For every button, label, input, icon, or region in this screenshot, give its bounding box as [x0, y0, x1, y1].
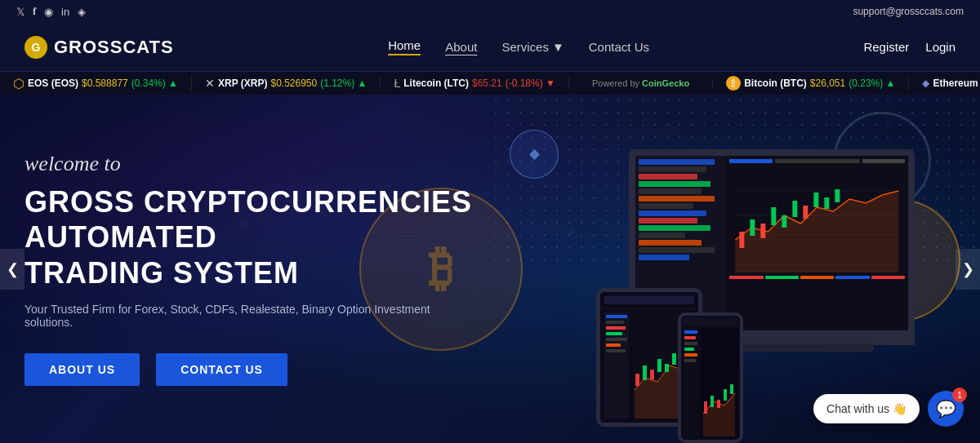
chat-open-button[interactable]: 💬 1	[928, 391, 964, 427]
svg-rect-49	[684, 353, 697, 357]
svg-rect-39	[665, 364, 669, 372]
data-row	[835, 276, 869, 279]
sidebar-row	[639, 188, 702, 194]
ltc-icon: Ł	[394, 77, 400, 90]
chart-header	[729, 159, 905, 163]
eos-icon: ⬡	[13, 76, 24, 91]
svg-rect-15	[761, 224, 766, 238]
sidebar-row	[639, 196, 715, 202]
ticker-item-eth: ◆ Ethereum (ETH) $1,648.71 (0.11%) ▲	[909, 78, 980, 89]
btc-icon: ₿	[726, 76, 741, 91]
monitor-chart	[726, 156, 908, 330]
sidebar-row	[639, 240, 702, 246]
sidebar-row	[639, 174, 697, 179]
svg-rect-18	[793, 201, 798, 217]
svg-rect-14	[751, 219, 755, 236]
data-rows	[729, 276, 905, 279]
ticker-item-ltc: Ł Litecoin (LTC) $65.21 (-0.18%) ▼	[381, 77, 569, 90]
svg-rect-45	[684, 330, 697, 334]
data-row	[729, 276, 763, 279]
svg-rect-33	[606, 343, 621, 347]
brand-name: GROSSCATS	[54, 37, 174, 58]
next-arrow-icon: ❯	[962, 260, 974, 278]
svg-text:G: G	[32, 41, 41, 54]
svg-rect-50	[684, 359, 696, 362]
chat-bubble: Chat with us 👋	[813, 394, 920, 423]
nav-contact[interactable]: Contact Us	[589, 40, 649, 54]
top-bar: 𝕏 𝐟 ◉ in ◈ support@grossccats.com	[0, 0, 980, 23]
xrp-icon: ✕	[205, 77, 215, 90]
header-bar	[862, 159, 905, 163]
sidebar-row	[639, 225, 710, 231]
svg-rect-21	[825, 197, 830, 209]
svg-rect-13	[740, 232, 745, 248]
ticker-inner: ⬡ EOS (EOS) $0.588877 (0.34%) ▲ ✕ XRP (X…	[0, 76, 980, 91]
powered-by: Powered by CoinGecko	[569, 78, 713, 88]
hero-content: welcome to GROSS CRYPTOCURRENCIES AUTOMA…	[0, 152, 474, 386]
dropdown-arrow-icon: ▼	[552, 40, 564, 54]
ticker-item-xrp: ✕ XRP (XRP) $0.526950 (1.12%) ▲	[192, 77, 381, 90]
chat-badge: 1	[952, 388, 967, 402]
social-icons: 𝕏 𝐟 ◉ in ◈	[16, 5, 86, 18]
svg-rect-46	[684, 336, 696, 339]
svg-rect-28	[606, 315, 627, 318]
svg-rect-17	[782, 215, 787, 228]
nav-home[interactable]: Home	[388, 38, 421, 55]
sidebar-row	[639, 203, 693, 209]
ticker-item-eos: ⬡ EOS (EOS) $0.588877 (0.34%) ▲	[0, 76, 192, 91]
welcome-text: welcome to	[24, 152, 474, 176]
svg-rect-19	[804, 206, 808, 219]
svg-rect-48	[684, 348, 694, 351]
svg-rect-47	[684, 342, 697, 345]
svg-rect-29	[606, 321, 624, 324]
svg-rect-22	[835, 189, 840, 202]
svg-rect-30	[606, 326, 626, 330]
hero-subtitle: Your Trusted Firm for Forex, Stock, CDFs…	[24, 303, 474, 329]
svg-rect-25	[604, 296, 694, 304]
crypto-ticker: ⬡ EOS (EOS) $0.588877 (0.34%) ▲ ✕ XRP (X…	[0, 72, 980, 95]
chat-widget: Chat with us 👋 💬 1	[813, 391, 964, 427]
phone-screen	[681, 316, 740, 440]
register-link[interactable]: Register	[863, 40, 909, 54]
logo-icon: G	[24, 36, 47, 59]
sidebar-row	[639, 166, 706, 172]
svg-rect-54	[724, 389, 727, 401]
mobile-phone	[678, 312, 743, 443]
carousel-prev-button[interactable]: ❮	[0, 249, 24, 290]
support-email: support@grossccats.com	[853, 6, 964, 17]
sidebar-row	[639, 159, 715, 165]
svg-rect-32	[606, 338, 627, 341]
about-us-button[interactable]: ABOUT US	[24, 353, 140, 386]
hero-section: ₿ ₿ ◆	[0, 95, 980, 443]
discord-icon[interactable]: ◈	[78, 6, 86, 18]
price-chart-svg	[729, 166, 905, 272]
navbar: G GROSSCATS Home About Services ▼ Contac…	[0, 23, 980, 72]
svg-rect-16	[772, 207, 777, 225]
svg-rect-20	[814, 193, 819, 207]
linkedin-icon[interactable]: in	[61, 6, 69, 18]
nav-right: Register Login	[863, 40, 956, 54]
contact-us-button[interactable]: CONTACT US	[156, 353, 287, 386]
prev-arrow-icon: ❮	[7, 260, 19, 278]
facebook-icon[interactable]: 𝐟	[33, 5, 36, 18]
sidebar-row	[639, 233, 685, 238]
eth-icon: ◆	[922, 78, 929, 89]
data-row	[871, 276, 905, 279]
nav-about[interactable]: About	[445, 40, 477, 54]
carousel-next-button[interactable]: ❯	[956, 249, 980, 290]
nav-services[interactable]: Services ▼	[501, 40, 564, 54]
header-bar	[775, 159, 860, 163]
hero-title: GROSS CRYPTOCURRENCIES AUTOMATED TRADING…	[24, 184, 474, 290]
logo-area: G GROSSCATS	[24, 36, 174, 59]
login-link[interactable]: Login	[925, 40, 956, 54]
chat-icon: 💬	[936, 399, 956, 419]
svg-rect-37	[650, 370, 654, 379]
sidebar-row	[639, 181, 710, 187]
svg-rect-38	[657, 359, 662, 372]
instagram-icon[interactable]: ◉	[44, 6, 53, 18]
svg-rect-52	[710, 396, 714, 407]
nav-links: Home About Services ▼ Contact Us	[388, 38, 649, 55]
twitter-icon[interactable]: 𝕏	[16, 6, 24, 18]
header-bar	[729, 159, 772, 163]
svg-rect-53	[717, 400, 720, 408]
